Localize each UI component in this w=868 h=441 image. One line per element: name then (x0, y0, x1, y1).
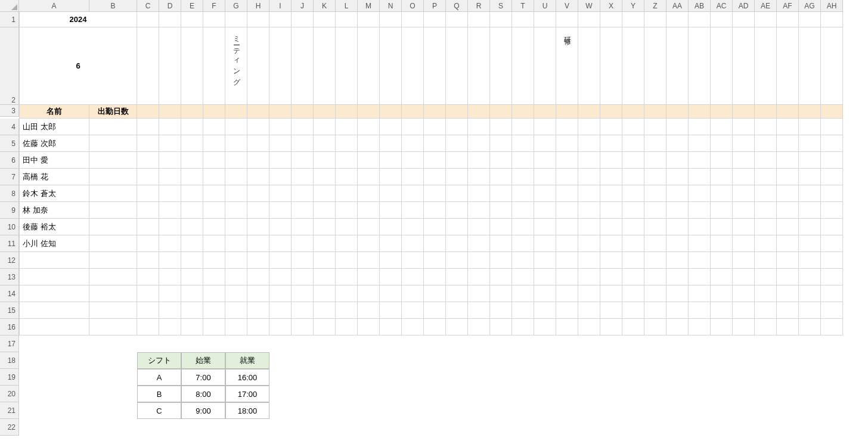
cell[interactable] (578, 169, 600, 185)
col-header[interactable]: AD (733, 0, 755, 12)
cell[interactable] (711, 285, 733, 302)
cell[interactable] (468, 135, 490, 152)
header-cell[interactable] (203, 105, 225, 119)
cell[interactable] (358, 302, 380, 319)
cell[interactable] (314, 202, 336, 219)
cell[interactable] (468, 269, 490, 285)
cell[interactable] (424, 252, 446, 269)
cell[interactable] (269, 319, 292, 336)
cell[interactable] (556, 169, 578, 185)
cell[interactable] (821, 202, 843, 219)
cell[interactable] (799, 27, 821, 105)
col-header[interactable]: AE (755, 0, 777, 12)
col-header[interactable]: S (490, 0, 512, 12)
cell[interactable] (733, 285, 755, 302)
cell[interactable] (666, 219, 689, 235)
cell[interactable] (137, 185, 159, 202)
col-header[interactable]: V (556, 0, 578, 12)
cell[interactable] (468, 152, 490, 169)
cell[interactable] (269, 135, 292, 152)
cell[interactable] (247, 185, 269, 202)
cell[interactable] (622, 135, 644, 152)
cell[interactable] (424, 285, 446, 302)
cell[interactable] (358, 185, 380, 202)
cell[interactable] (755, 319, 777, 336)
cell[interactable] (292, 319, 314, 336)
cell[interactable] (402, 285, 424, 302)
cell[interactable] (159, 252, 181, 269)
cell[interactable] (402, 152, 424, 169)
cell[interactable] (380, 202, 402, 219)
cell[interactable] (225, 12, 247, 27)
cell[interactable] (622, 252, 644, 269)
cell[interactable] (777, 269, 799, 285)
row-header[interactable]: 1 (0, 12, 19, 27)
cell[interactable] (578, 219, 600, 235)
cell[interactable] (490, 302, 512, 319)
shift-header[interactable]: 始業 (181, 352, 225, 369)
header-cell[interactable] (314, 105, 336, 119)
header-cell[interactable] (821, 105, 843, 119)
cell[interactable] (799, 219, 821, 235)
cell[interactable] (689, 27, 711, 105)
cell[interactable] (711, 119, 733, 135)
row-header[interactable]: 9 (0, 202, 19, 219)
cell[interactable] (600, 302, 622, 319)
cell[interactable] (821, 302, 843, 319)
cell[interactable] (799, 252, 821, 269)
cell[interactable] (468, 235, 490, 252)
cell[interactable] (380, 319, 402, 336)
row-header[interactable]: 16 (0, 319, 19, 336)
cell[interactable] (446, 169, 468, 185)
row-header[interactable]: 8 (0, 185, 19, 202)
cell[interactable] (644, 285, 666, 302)
cell[interactable] (799, 152, 821, 169)
cell[interactable] (181, 269, 203, 285)
cell[interactable] (446, 319, 468, 336)
cell[interactable] (292, 285, 314, 302)
cell[interactable] (644, 12, 666, 27)
cell[interactable] (203, 219, 225, 235)
row-header[interactable]: 12 (0, 252, 19, 269)
cell[interactable] (644, 235, 666, 252)
cell[interactable] (358, 119, 380, 135)
cell[interactable] (777, 119, 799, 135)
cell[interactable] (556, 252, 578, 269)
shift-cell[interactable]: B (137, 386, 181, 402)
cell[interactable] (777, 319, 799, 336)
cell[interactable] (446, 235, 468, 252)
shift-header[interactable]: シフト (137, 352, 181, 369)
cell[interactable] (468, 302, 490, 319)
cell[interactable] (666, 152, 689, 169)
cell[interactable] (644, 302, 666, 319)
cell[interactable] (711, 169, 733, 185)
cell[interactable] (181, 235, 203, 252)
cell[interactable] (755, 119, 777, 135)
cell[interactable] (644, 269, 666, 285)
shift-cell[interactable]: C (137, 402, 181, 419)
cell[interactable] (490, 319, 512, 336)
cell[interactable] (247, 27, 269, 105)
cell[interactable] (821, 12, 843, 27)
cell[interactable] (556, 185, 578, 202)
cell[interactable] (181, 185, 203, 202)
cell[interactable] (733, 252, 755, 269)
cell[interactable] (711, 219, 733, 235)
cell[interactable] (314, 169, 336, 185)
cell[interactable] (556, 12, 578, 27)
cell[interactable] (556, 285, 578, 302)
cell[interactable] (799, 269, 821, 285)
col-header[interactable]: B (89, 0, 137, 12)
cell[interactable] (777, 219, 799, 235)
header-cell[interactable] (689, 105, 711, 119)
cell[interactable] (402, 119, 424, 135)
cell[interactable] (19, 352, 137, 369)
header-cell[interactable] (446, 105, 468, 119)
cell[interactable] (755, 185, 777, 202)
cell[interactable] (269, 12, 292, 27)
cell[interactable] (336, 219, 358, 235)
row-header[interactable]: 14 (0, 285, 19, 302)
select-all-corner[interactable] (0, 0, 19, 12)
cell[interactable] (292, 269, 314, 285)
cell[interactable] (644, 319, 666, 336)
